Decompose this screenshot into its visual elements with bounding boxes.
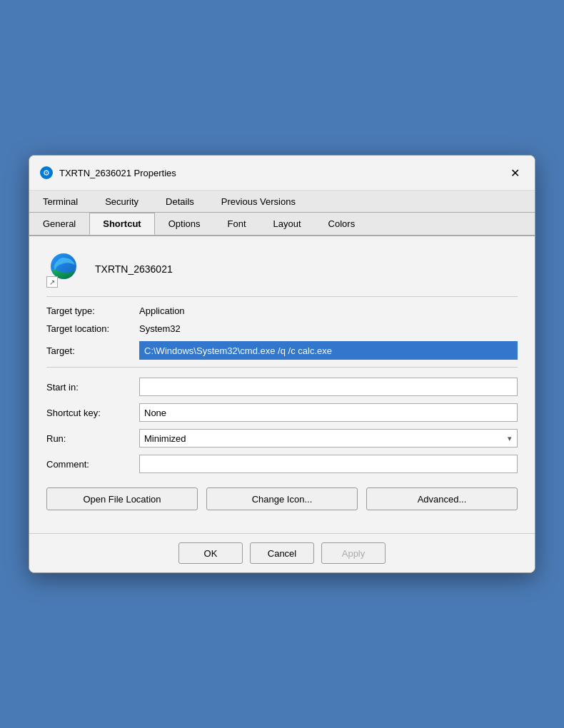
shortcut-key-input-container <box>139 403 518 422</box>
content-area: ↗ TXRTN_2636021 Target type: Application… <box>29 236 535 533</box>
shortcut-arrow-overlay: ↗ <box>46 276 58 288</box>
tab-shortcut[interactable]: Shortcut <box>89 213 154 235</box>
run-select[interactable]: Normal window Minimized Maximized <box>139 429 518 448</box>
start-in-input[interactable] <box>139 378 518 396</box>
cancel-button[interactable]: Cancel <box>250 542 314 564</box>
comment-input[interactable] <box>139 455 518 473</box>
tab-security[interactable]: Security <box>91 191 152 212</box>
apply-button[interactable]: Apply <box>321 542 386 564</box>
action-buttons: Open File Location Change Icon... Advanc… <box>46 487 518 510</box>
target-type-row: Target type: Application <box>46 305 518 316</box>
shortcut-key-row: Shortcut key: <box>46 403 518 422</box>
comment-input-container <box>139 455 518 473</box>
app-name-label: TXRTN_2636021 <box>95 263 173 275</box>
start-in-label: Start in: <box>46 382 139 393</box>
target-type-value: Application <box>139 305 185 316</box>
tab-row-1: Terminal Security Details Previous Versi… <box>29 191 535 213</box>
target-location-value: System32 <box>139 323 181 334</box>
target-label: Target: <box>46 345 139 356</box>
title-bar: ⚙ TXRTN_2636021 Properties ✕ <box>29 156 535 191</box>
tab-general[interactable]: General <box>29 213 89 235</box>
svg-text:⚙: ⚙ <box>43 168 50 177</box>
start-in-row: Start in: <box>46 378 518 396</box>
comment-row: Comment: <box>46 455 518 473</box>
comment-label: Comment: <box>46 459 139 470</box>
run-row: Run: Normal window Minimized Maximized ▾ <box>46 429 518 448</box>
tab-font[interactable]: Font <box>214 213 260 235</box>
target-location-label: Target location: <box>46 323 139 334</box>
target-location-row: Target location: System32 <box>46 323 518 334</box>
tab-details[interactable]: Details <box>152 191 208 212</box>
close-button[interactable]: ✕ <box>505 163 525 183</box>
run-label: Run: <box>46 433 139 444</box>
open-file-location-button[interactable]: Open File Location <box>46 487 198 510</box>
dialog-footer: OK Cancel Apply <box>29 533 535 572</box>
divider-1 <box>46 367 518 368</box>
tab-previous-versions[interactable]: Previous Versions <box>208 191 309 212</box>
shortcut-key-input[interactable] <box>139 403 518 422</box>
dialog-title: TXRTN_2636021 Properties <box>59 168 499 178</box>
target-input[interactable] <box>139 341 518 360</box>
tab-options[interactable]: Options <box>155 213 214 235</box>
tab-layout[interactable]: Layout <box>260 213 315 235</box>
ok-button[interactable]: OK <box>178 542 243 564</box>
target-row: Target: <box>46 341 518 360</box>
advanced-button[interactable]: Advanced... <box>366 487 518 510</box>
change-icon-button[interactable]: Change Icon... <box>206 487 358 510</box>
tab-colors[interactable]: Colors <box>315 213 369 235</box>
shortcut-key-label: Shortcut key: <box>46 408 139 418</box>
start-in-input-container <box>139 378 518 396</box>
dialog-icon: ⚙ <box>39 166 54 180</box>
tab-row-2: General Shortcut Options Font Layout Col… <box>29 213 535 236</box>
run-select-wrapper: Normal window Minimized Maximized ▾ <box>139 429 518 448</box>
app-header: ↗ TXRTN_2636021 <box>46 251 518 297</box>
target-input-container <box>139 341 518 360</box>
properties-dialog: ⚙ TXRTN_2636021 Properties ✕ Terminal Se… <box>29 155 535 573</box>
tab-terminal[interactable]: Terminal <box>29 191 91 212</box>
target-type-label: Target type: <box>46 305 139 316</box>
app-icon: ↗ <box>46 251 84 288</box>
